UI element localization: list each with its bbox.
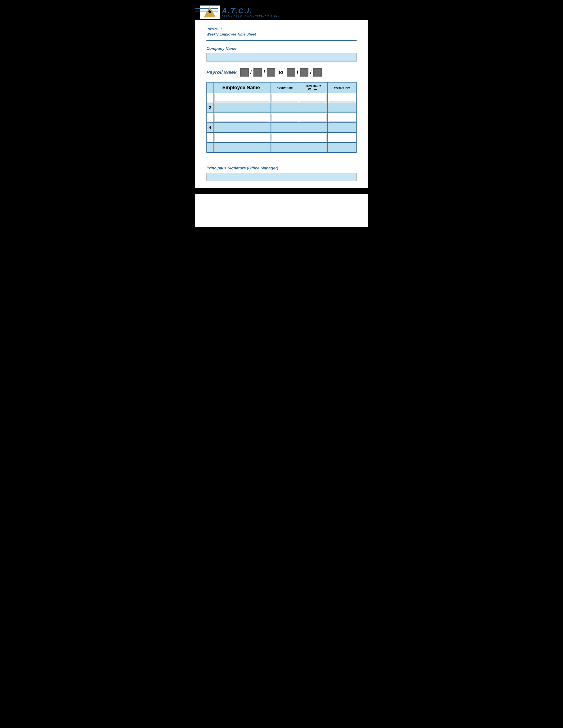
signature-label: Principal's Signature (Office Manager) <box>206 166 357 171</box>
row-1-employee-input[interactable] <box>214 94 269 102</box>
payroll-end-dd[interactable] <box>300 68 309 77</box>
row-3-employee-input[interactable] <box>214 114 269 122</box>
row-1-employee-cell <box>213 93 270 103</box>
row-6-num <box>207 143 213 152</box>
payroll-start-dd[interactable] <box>253 68 262 77</box>
separator-4: / <box>310 69 312 75</box>
table-row <box>207 93 356 103</box>
row-3-hourly-cell <box>270 113 299 123</box>
row-4-hours-input[interactable] <box>300 124 327 131</box>
company-abbreviation: A.T.C.I. <box>222 7 280 14</box>
col-employee-header: Employee Name <box>213 82 270 93</box>
row-6-hourly-cell <box>270 143 299 152</box>
row-4-num: 4 <box>207 123 213 133</box>
row-5-hourly-input[interactable] <box>271 134 298 141</box>
row-1-hourly-input[interactable] <box>271 94 298 102</box>
row-2-pay-input[interactable] <box>329 104 355 112</box>
company-name-block: A.T.C.I. ASSOCIATED TAX CONSULTANTS INC <box>222 7 280 17</box>
row-4-hourly-cell <box>270 123 299 133</box>
row-2-hourly-input[interactable] <box>271 104 298 112</box>
payroll-end-mm[interactable] <box>287 68 295 77</box>
row-5-hourly-cell <box>270 133 299 143</box>
footer-bar <box>195 188 368 194</box>
row-6-pay-input[interactable] <box>329 144 355 151</box>
col-total-hours-header: Total Hours Worked <box>299 82 328 93</box>
separator-3: / <box>297 69 298 75</box>
row-2-hours-input[interactable] <box>300 104 327 112</box>
separator-1: / <box>250 69 252 75</box>
col-num-header <box>207 82 213 93</box>
row-4-employee-input[interactable] <box>214 124 269 131</box>
payroll-end-yy[interactable] <box>313 68 322 77</box>
row-2-employee-input[interactable] <box>214 104 269 112</box>
title-line-2: Weekly Employee Time Sheet <box>206 32 357 37</box>
company-full-name: ASSOCIATED TAX CONSULTANTS INC <box>222 14 280 17</box>
payroll-to-label: to <box>278 69 283 75</box>
row-3-hours-input[interactable] <box>300 114 327 122</box>
row-6-employee-cell <box>213 143 270 152</box>
row-6-hours-cell <box>299 143 328 152</box>
col-weekly-pay-header: Weekly Pay <box>328 82 356 93</box>
payroll-week-row: Payroll Week / / to / / <box>206 68 357 77</box>
header: A.T.C.I. ASSOCIATED TAX CONSULTANTS INC <box>195 4 368 20</box>
row-3-hours-cell <box>299 113 328 123</box>
col-hourly-rate-header: Hourly Rate <box>270 82 299 93</box>
main-content: PAYROLL Weekly Employee Time Sheet Compa… <box>195 20 368 188</box>
row-2-pay-cell <box>328 103 356 113</box>
row-3-num <box>207 113 213 123</box>
payroll-week-label: Payroll Week <box>206 69 237 75</box>
table-row <box>207 113 356 123</box>
page: A.T.C.I. ASSOCIATED TAX CONSULTANTS INC … <box>195 4 368 227</box>
payroll-start-yy[interactable] <box>267 68 275 77</box>
row-3-hourly-input[interactable] <box>271 114 298 122</box>
company-name-label: Company Name <box>206 46 357 51</box>
timesheet-table: Employee Name Hourly Rate Total Hours Wo… <box>206 82 357 153</box>
row-4-hourly-input[interactable] <box>271 124 298 131</box>
logo-triangle-icon <box>203 7 216 17</box>
table-header-row: Employee Name Hourly Rate Total Hours Wo… <box>207 82 356 93</box>
row-5-employee-cell <box>213 133 270 143</box>
row-2-num: 2 <box>207 103 213 113</box>
row-1-hours-input[interactable] <box>300 94 327 102</box>
table-row: 2 <box>207 103 356 113</box>
row-3-pay-input[interactable] <box>329 114 355 122</box>
row-5-employee-input[interactable] <box>214 134 269 141</box>
row-3-pay-cell <box>328 113 356 123</box>
row-1-hours-cell <box>299 93 328 103</box>
row-2-employee-cell <box>213 103 270 113</box>
row-1-hourly-cell <box>270 93 299 103</box>
row-5-pay-input[interactable] <box>329 134 355 141</box>
table-row <box>207 133 356 143</box>
logo-container <box>200 6 220 19</box>
row-6-pay-cell <box>328 143 356 152</box>
signature-section: Principal's Signature (Office Manager) <box>206 166 357 181</box>
payroll-start-mm[interactable] <box>240 68 248 77</box>
row-5-num <box>207 133 213 143</box>
row-5-pay-cell <box>328 133 356 143</box>
title-line-1: PAYROLL <box>206 26 357 32</box>
table-row: 4 <box>207 123 356 133</box>
signature-input[interactable] <box>206 173 357 181</box>
row-5-hours-input[interactable] <box>300 134 327 141</box>
title-divider <box>206 40 357 41</box>
row-6-hours-input[interactable] <box>300 144 327 151</box>
table-row <box>207 143 356 152</box>
row-6-hourly-input[interactable] <box>271 144 298 151</box>
row-4-pay-cell <box>328 123 356 133</box>
row-2-hourly-cell <box>270 103 299 113</box>
row-4-hours-cell <box>299 123 328 133</box>
row-4-pay-input[interactable] <box>329 124 355 131</box>
separator-2: / <box>263 69 265 75</box>
row-6-employee-input[interactable] <box>214 144 269 151</box>
row-1-pay-cell <box>328 93 356 103</box>
row-5-hours-cell <box>299 133 328 143</box>
company-name-input[interactable] <box>206 53 357 62</box>
row-4-employee-cell <box>213 123 270 133</box>
page-title: PAYROLL Weekly Employee Time Sheet <box>206 26 357 37</box>
row-1-pay-input[interactable] <box>329 94 355 102</box>
row-3-employee-cell <box>213 113 270 123</box>
row-1-num <box>207 93 213 103</box>
row-2-hours-cell <box>299 103 328 113</box>
